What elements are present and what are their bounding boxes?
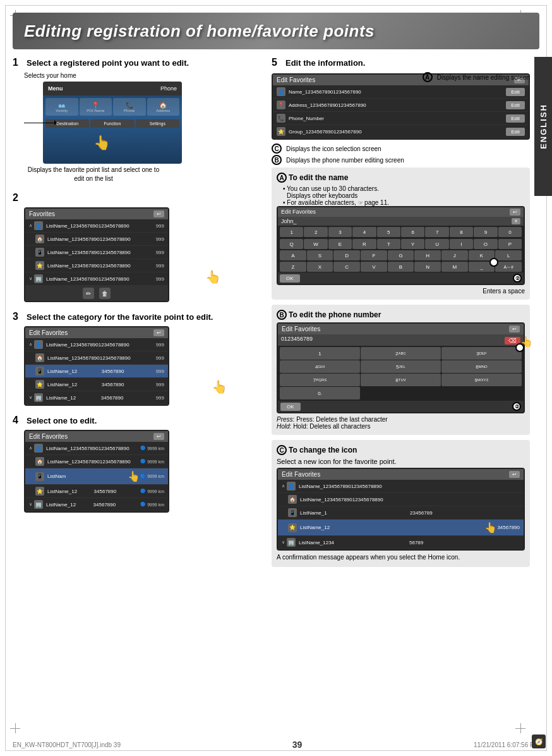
kb-v[interactable]: V — [361, 262, 387, 272]
icon-row-1[interactable]: ∧ 👤 ListName_123456789012345678890 — [278, 480, 524, 493]
circle-c: C — [272, 143, 282, 154]
kb-7[interactable]: 7 — [425, 227, 448, 237]
step4-km-row-3[interactable]: 📱 ListNam 👆 🔵 9999 km — [25, 468, 168, 485]
icon-row-4[interactable]: ⭐ ListName_12 👆 34567890 — [278, 520, 524, 536]
edit-btn-name[interactable]: Edit — [506, 88, 525, 96]
kb-e[interactable]: E — [328, 239, 352, 249]
fav-row-1[interactable]: ∧ 👤 ListName_123456789012345678890 999 — [25, 219, 168, 233]
step1-screenshot-area: Menu Phone 🏘Vicinity 📍POI Name 📞Phone 🏠A… — [24, 82, 259, 183]
phone-key-1[interactable]: 1 — [280, 347, 360, 360]
kb-4[interactable]: 4 — [352, 227, 376, 237]
edit-fav-row-phone[interactable]: 📞 Phone_Number Edit — [273, 112, 529, 125]
kb-6[interactable]: 6 — [401, 227, 424, 237]
fav-row-4[interactable]: ⭐ ListName_123456789012345678890 999 — [25, 259, 168, 272]
fav-num-1: 999 — [156, 223, 164, 229]
kb-b[interactable]: B — [388, 262, 414, 272]
edit-btn-phone[interactable]: Edit — [506, 114, 525, 123]
phone-screenshot: Edit Favorites ↩ 0123456789 ⌫ 👆 1 2ABC 3… — [277, 322, 525, 413]
fav-row-5[interactable]: ∨ 🏢 ListName_123456789012345678890 999 — [25, 272, 168, 286]
step4-km-row-1[interactable]: ∧ 👤 ListName_123456789012345678890 🔵 999… — [25, 442, 168, 455]
section-b-heading: B To edit the phone number — [277, 310, 525, 320]
phone-key-5[interactable]: 5JKL — [361, 360, 441, 373]
kb-3[interactable]: 3 — [328, 227, 352, 237]
edit-btn-address[interactable]: Edit — [506, 101, 525, 109]
step3-row-5[interactable]: ∨ 🏢 ListName_12 34567890 999 — [25, 391, 168, 405]
kb-y[interactable]: Y — [401, 239, 424, 249]
kb-2[interactable]: 2 — [304, 227, 327, 237]
step4-km-row-4[interactable]: ⭐ ListName_12 34567890 🔵 9999 km — [25, 485, 168, 498]
kb-d[interactable]: D — [333, 250, 360, 260]
phone-key-7[interactable]: 7PQRS — [280, 374, 360, 386]
phone-key-3[interactable]: 3DEF ① — [441, 347, 522, 360]
kb-n[interactable]: N — [414, 262, 441, 272]
kb-t[interactable]: T — [377, 239, 400, 249]
kb-m[interactable]: M — [441, 262, 468, 272]
edit-btn-group[interactable]: Edit — [506, 128, 525, 136]
kb-0[interactable]: 0 — [498, 227, 522, 237]
fav-row-2[interactable]: 🏠 ListName_123456789012345678890 999 — [25, 233, 168, 246]
icon-row-2[interactable]: 🏠 ListName_123456789012345678890 — [278, 493, 524, 506]
fav-back-4[interactable]: ↩ — [153, 433, 164, 440]
step3-row-3[interactable]: 📱 ListName_12 34567890 999 — [25, 365, 168, 378]
phone-key-2[interactable]: 2ABC — [361, 347, 441, 360]
kb-w[interactable]: W — [304, 239, 327, 249]
fav-back-3[interactable]: ↩ — [153, 329, 164, 336]
kb-u[interactable]: U — [425, 239, 448, 249]
edit-fav-row-group[interactable]: ⭐ Group_12345678901234567890 Edit — [273, 125, 529, 138]
kb-1[interactable]: 1 — [280, 227, 303, 237]
kb-9[interactable]: 9 — [474, 227, 497, 237]
phone-key-8[interactable]: 8TUV — [361, 374, 441, 386]
icon-back[interactable]: ↩ — [509, 471, 520, 478]
kb-o[interactable]: O — [474, 239, 497, 249]
kb-8[interactable]: 8 — [450, 227, 473, 237]
menu-btn-function[interactable]: Function — [90, 119, 134, 128]
fav-delete-icon[interactable]: 🗑 — [99, 288, 111, 299]
step4-km-row-5[interactable]: ∨ 🏢 ListName_12 34567890 🔵 9999 km — [25, 498, 168, 511]
fav-row-3[interactable]: 📱 ListName_123456789012345678890 999 — [25, 246, 168, 259]
kb-s[interactable]: S — [307, 250, 333, 260]
menu-icon-phone[interactable]: 📞Phone — [113, 98, 146, 116]
kb-x[interactable]: X — [307, 262, 333, 272]
edit-fav-row-address[interactable]: 📍 Address_12345678901234567890 Edit — [273, 99, 529, 112]
kb-input-val: John_ — [281, 218, 297, 224]
kb-h[interactable]: H — [414, 250, 441, 260]
kb-p[interactable]: P — [498, 239, 522, 249]
kb-clear-btn[interactable]: ✕ — [512, 218, 520, 224]
kb-space[interactable]: _ ① — [469, 262, 495, 272]
kb-special[interactable]: A↔# — [495, 262, 522, 272]
phone-key-4[interactable]: 4GHI — [280, 360, 360, 373]
fav-edit-icon[interactable]: ✏ — [83, 288, 94, 299]
kb-i[interactable]: I — [450, 239, 473, 249]
kb-q[interactable]: Q — [280, 239, 303, 249]
kb-back[interactable]: ↩ — [510, 209, 520, 216]
kb-a[interactable]: A — [280, 250, 306, 260]
menu-icon-address[interactable]: 🏠Address — [147, 98, 180, 116]
phone-ok-btn[interactable]: OK — [280, 403, 301, 411]
annotation-a-label: A Displays the name editing screen — [423, 72, 530, 82]
menu-btn-settings[interactable]: Settings — [136, 119, 179, 128]
kb-z[interactable]: Z — [280, 262, 306, 272]
kb-f[interactable]: F — [361, 250, 387, 260]
edit-fav-row-name[interactable]: 👤 Name_12345678901234567890 Edit — [273, 85, 529, 99]
fav-back-2[interactable]: ↩ — [153, 210, 164, 217]
step3-row-1[interactable]: ∧ 👤 ListName_123456789012345678890 999 — [25, 338, 168, 351]
kb-r[interactable]: R — [352, 239, 376, 249]
kb-ok-btn[interactable]: OK — [280, 274, 300, 283]
phone-key-6[interactable]: 6MNO — [441, 360, 522, 373]
step3-row-4[interactable]: ⭐ ListName_12 34567890 999 — [25, 378, 168, 391]
phone-key-0[interactable]: 0. — [280, 387, 360, 399]
kb-l[interactable]: L — [495, 250, 522, 260]
kb-c[interactable]: C — [333, 262, 360, 272]
phone-back[interactable]: ↩ — [509, 326, 520, 332]
icon-row-3[interactable]: 📱 ListName_1 23456789 — [278, 506, 524, 520]
phone-key-9[interactable]: 9WXYZ — [441, 374, 522, 386]
step3-row-2[interactable]: 🏠 ListName_123456789012345678890 999 — [25, 351, 168, 365]
kb-5[interactable]: 5 — [377, 227, 400, 237]
kb-g[interactable]: G — [388, 250, 414, 260]
menu-btn-destination[interactable]: Destination — [45, 119, 89, 128]
menu-icon-vicinity[interactable]: 🏘Vicinity — [45, 98, 78, 116]
icon-row-5[interactable]: ∨ 🏢 ListName_1234 56789 — [278, 536, 524, 549]
kb-j[interactable]: J — [441, 250, 468, 260]
step4-km-row-2[interactable]: 🏠 ListName_123456789012345678890 🔵 9999 … — [25, 455, 168, 468]
menu-icon-poiname[interactable]: 📍POI Name — [80, 98, 112, 116]
